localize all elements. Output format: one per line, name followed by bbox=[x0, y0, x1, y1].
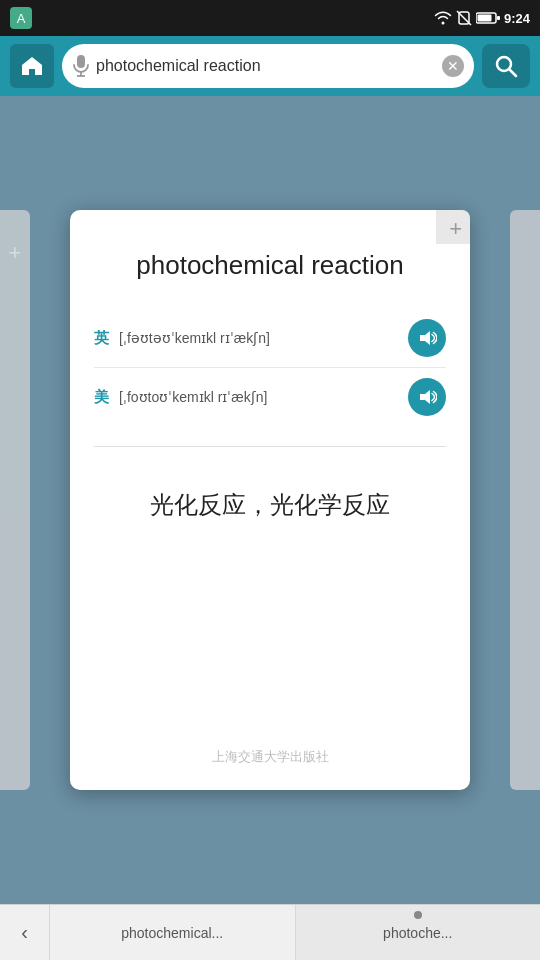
speaker-icon-en bbox=[417, 328, 437, 348]
back-icon: ‹ bbox=[21, 921, 28, 944]
cards-container: + + photochemical reaction 英 [ˌfəʊtəʊˈke… bbox=[0, 116, 540, 884]
svg-line-11 bbox=[510, 70, 517, 77]
main-card: + photochemical reaction 英 [ˌfəʊtəʊˈkemɪ… bbox=[70, 210, 470, 790]
main-content: + + photochemical reaction 英 [ˌfəʊtəʊˈke… bbox=[0, 96, 540, 904]
svg-rect-7 bbox=[77, 55, 85, 68]
search-bar: ✕ bbox=[0, 36, 540, 96]
time-display: 9:24 bbox=[504, 11, 530, 26]
audio-us-button[interactable] bbox=[408, 378, 446, 416]
status-bar-left: A bbox=[10, 7, 32, 29]
clear-button[interactable]: ✕ bbox=[442, 55, 464, 77]
card-divider bbox=[94, 446, 446, 447]
left-panel-plus-icon: + bbox=[9, 240, 22, 266]
svg-rect-6 bbox=[497, 16, 500, 20]
search-input[interactable] bbox=[96, 57, 436, 75]
home-button[interactable] bbox=[10, 44, 54, 88]
svg-text:A: A bbox=[17, 11, 26, 26]
search-icon bbox=[494, 54, 518, 78]
bottom-tab-1-label: photochemical... bbox=[121, 925, 223, 941]
bottom-tab-2[interactable]: photoche... bbox=[296, 905, 541, 960]
no-sim-icon bbox=[456, 10, 472, 26]
pron-us-label: 美 bbox=[94, 388, 109, 407]
svg-marker-13 bbox=[420, 390, 430, 404]
card-plus-button[interactable]: + bbox=[449, 218, 462, 240]
search-input-container: ✕ bbox=[62, 44, 474, 88]
app-icon: A bbox=[10, 7, 32, 29]
tab-active-indicator bbox=[414, 911, 422, 919]
status-bar-right: 9:24 bbox=[434, 10, 530, 26]
bottom-tab-2-label: photoche... bbox=[383, 925, 452, 941]
back-button[interactable]: ‹ bbox=[0, 905, 50, 960]
publisher-text: 上海交通大学出版社 bbox=[94, 718, 446, 766]
wifi-icon bbox=[434, 11, 452, 25]
pronunciation-us-row: 美 [ˌfoʊtoʊˈkemɪkl rɪˈækʃn] bbox=[94, 367, 446, 426]
pron-en-left: 英 [ˌfəʊtəʊˈkemɪkl rɪˈækʃn] bbox=[94, 329, 270, 348]
pron-us-left: 美 [ˌfoʊtoʊˈkemɪkl rɪˈækʃn] bbox=[94, 388, 267, 407]
battery-icon bbox=[476, 11, 500, 25]
speaker-icon-us bbox=[417, 387, 437, 407]
svg-rect-5 bbox=[477, 15, 491, 22]
pronunciation-en-row: 英 [ˌfəʊtəʊˈkemɪkl rɪˈækʃn] bbox=[94, 309, 446, 367]
bottom-bar: ‹ photochemical... photoche... bbox=[0, 904, 540, 960]
translation-text: 光化反应，光化学反应 bbox=[94, 467, 446, 543]
right-side-panel[interactable] bbox=[510, 210, 540, 790]
left-side-panel[interactable]: + bbox=[0, 210, 30, 790]
pron-us-text: [ˌfoʊtoʊˈkemɪkl rɪˈækʃn] bbox=[119, 389, 267, 405]
pron-en-label: 英 bbox=[94, 329, 109, 348]
audio-en-button[interactable] bbox=[408, 319, 446, 357]
mic-icon[interactable] bbox=[72, 55, 90, 77]
bottom-tab-1[interactable]: photochemical... bbox=[50, 905, 296, 960]
svg-marker-12 bbox=[420, 331, 430, 345]
word-title: photochemical reaction bbox=[94, 250, 446, 281]
status-bar: A 9:24 bbox=[0, 0, 540, 36]
pron-en-text: [ˌfəʊtəʊˈkemɪkl rɪˈækʃn] bbox=[119, 330, 270, 346]
search-button[interactable] bbox=[482, 44, 530, 88]
